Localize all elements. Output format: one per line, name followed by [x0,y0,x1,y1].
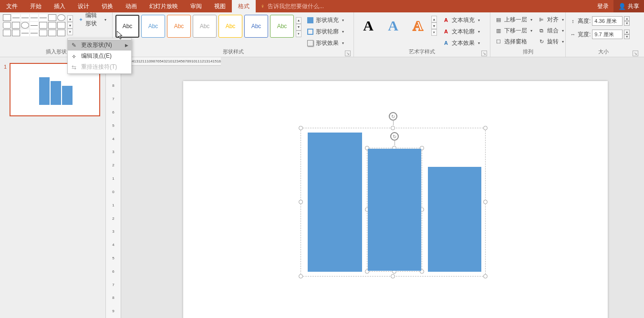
resize-handle[interactable] [483,200,488,204]
group-button[interactable]: ⧉组合▾ [536,25,566,36]
shape-effects-button[interactable]: 形状效果▾ [305,38,346,48]
slide[interactable]: ↻ ↻ [183,81,608,318]
resize-handle[interactable] [391,126,395,130]
tab-home[interactable]: 开始 [24,0,48,12]
tell-me[interactable]: ♀ 告诉我您想要做什么... [256,0,329,12]
tab-animations[interactable]: 动画 [119,0,143,12]
size-launcher[interactable]: ↘ [633,51,638,56]
style-preset-2[interactable]: Abc [141,15,165,38]
resize-handle[interactable] [483,126,488,130]
wa-gallery-more[interactable]: ▾ [431,29,437,36]
reroute-icon: ⇆ [70,64,78,71]
share-button[interactable]: 👤 共享 [613,0,644,12]
bring-forward-button[interactable]: ▤上移一层▾ [493,14,534,25]
gallery-more[interactable]: ▾ [67,29,73,35]
gallery-up[interactable]: ▲ [67,15,73,22]
style-preset-7[interactable]: Abc [270,15,294,38]
tab-view[interactable]: 视图 [208,0,232,12]
height-input[interactable]: 4.36 厘米 [592,16,623,26]
width-up[interactable]: ▲ [624,30,630,34]
selection-pane-button[interactable]: ☐选择窗格 [493,36,534,47]
wa-gallery-up[interactable]: ▲ [431,16,437,22]
slide-thumbnail-panel: 1 [0,57,106,318]
submenu-arrow-icon: ▶ [125,43,128,48]
menu-tab-row: 文件 开始 插入 设计 切换 动画 幻灯片放映 审阅 视图 格式 ♀ 告诉我您想… [0,0,644,12]
tab-insert[interactable]: 插入 [48,0,72,12]
rotation-handle-icon[interactable]: ↻ [390,132,399,141]
align-icon: ⊫ [538,16,545,23]
slide-edit-area: 1615141312111098765432101234567891011121… [106,57,644,318]
style-gallery-down[interactable]: ▼ [296,24,301,31]
login-button[interactable]: 登录 [592,0,613,12]
rotation-handle-icon[interactable]: ↻ [389,112,397,121]
edit-shape-menu: ✎ 更改形状(N) ▶ ⟡ 编辑顶点(E) ⇆ 重排连接符(T) [67,38,132,74]
edit-shape-button[interactable]: ✦ 编辑形状 ▾ [76,14,109,25]
horizontal-ruler: 1615141312111098765432101234567891011121… [121,57,221,66]
wordart-launcher[interactable]: ↘ [481,51,487,56]
fill-icon [307,17,313,23]
text-outline-icon: A [443,28,449,35]
height-up[interactable]: ▲ [624,16,630,21]
text-effects-button[interactable]: A文本效果▾ [441,38,482,48]
rotate-button[interactable]: ↻旋转▾ [536,36,566,47]
wordart-preset-2[interactable]: A [383,15,404,36]
bring-forward-icon: ▤ [495,16,502,23]
send-backward-icon: ▥ [495,27,502,34]
wordart-preset-1[interactable]: A [358,15,379,36]
slide-canvas[interactable]: ↻ ↻ [121,66,644,318]
height-down[interactable]: ▼ [624,21,630,26]
menu-change-shape[interactable]: ✎ 更改形状(N) ▶ [68,40,131,51]
group-wordart-styles: A A A ▲ ▼ ▾ A文本填充▾ A文本轮廓▾ A文本效果▾ 艺术字样式↘ [354,12,490,57]
tab-file[interactable]: 文件 [0,0,24,12]
style-preset-4[interactable]: Abc [193,15,217,38]
width-down[interactable]: ▼ [624,34,630,39]
ribbon: ▲ ▼ ▾ ✦ 编辑形状 ▾ 插入形状 Abc Abc Abc [0,12,644,57]
tab-slideshow[interactable]: 幻灯片放映 [143,0,184,12]
align-button[interactable]: ⊫对齐▾ [536,14,566,25]
tab-review[interactable]: 审阅 [184,0,208,12]
shape-style-gallery[interactable]: Abc Abc Abc Abc Abc Abc Abc [114,13,295,39]
shape-styles-launcher[interactable]: ↘ [345,51,351,56]
style-preset-1[interactable]: Abc [115,15,139,38]
group-label-wordart: 艺术字样式↘ [356,48,488,57]
tab-transitions[interactable]: 切换 [95,0,119,12]
text-fill-icon: A [443,17,449,23]
shape-fill-button[interactable]: 形状填充▾ [305,15,346,25]
shape-bar-1[interactable] [308,133,362,272]
resize-handle[interactable] [483,274,488,278]
style-gallery-up[interactable]: ▲ [296,17,301,24]
group-arrange: ▤上移一层▾ ▥下移一层▾ ☐选择窗格 ⊫对齐▾ ⧉组合▾ ↻旋转▾ 排列 [490,12,566,57]
gallery-down[interactable]: ▼ [67,22,73,29]
resize-handle[interactable] [299,274,303,278]
style-preset-5[interactable]: Abc [218,15,242,38]
send-backward-button[interactable]: ▥下移一层▾ [493,25,534,36]
resize-handle[interactable] [299,200,303,204]
effects-icon [307,40,313,46]
tab-format[interactable]: 格式 [232,0,256,12]
wordart-preset-3[interactable]: A [407,15,428,36]
selection-pane-icon: ☐ [495,38,502,45]
shape-bar-2[interactable] [368,149,421,271]
share-icon: 👤 [618,3,626,10]
group-label-size: 大小↘ [568,48,639,57]
wa-gallery-down[interactable]: ▼ [431,22,437,29]
rotate-icon: ↻ [538,38,545,45]
style-preset-3[interactable]: Abc [167,15,191,38]
wordart-gallery[interactable]: A A A [356,13,430,36]
shape-bar-3[interactable] [428,167,481,272]
style-gallery-more[interactable]: ▾ [296,31,301,37]
shape-outline-button[interactable]: 形状轮廓▾ [305,26,346,37]
tab-design[interactable]: 设计 [72,0,95,12]
shape-gallery[interactable] [2,13,66,37]
width-input[interactable]: 9.7 厘米 [592,30,623,39]
height-label: 高度: [578,17,591,25]
text-fill-button[interactable]: A文本填充▾ [441,15,482,25]
text-effects-icon: A [443,40,449,46]
height-icon: ↕ [570,18,576,24]
outline-icon [307,29,313,35]
text-outline-button[interactable]: A文本轮廓▾ [441,26,482,37]
style-preset-6[interactable]: Abc [244,15,268,38]
resize-handle[interactable] [391,274,395,278]
menu-edit-points[interactable]: ⟡ 编辑顶点(E) [68,51,131,62]
resize-handle[interactable] [299,126,303,130]
